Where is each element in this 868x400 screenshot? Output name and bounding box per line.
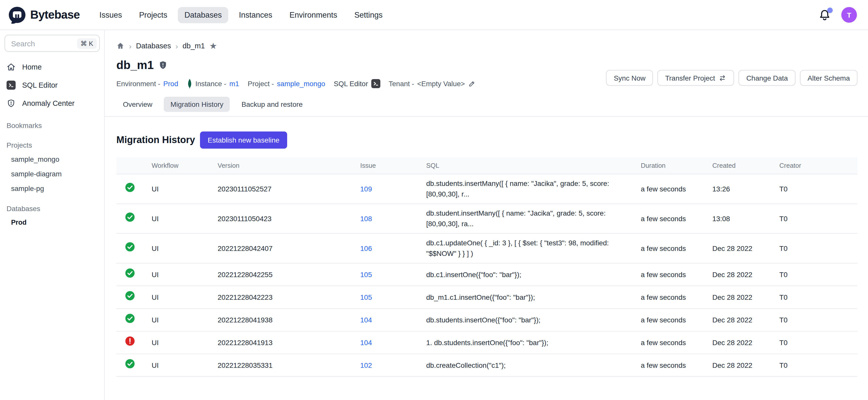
- nav-databases[interactable]: Databases: [178, 7, 228, 23]
- database-actions: Sync Now Transfer Project Change Data Al…: [606, 70, 858, 86]
- workflow-cell: UI: [152, 354, 218, 376]
- transfer-arrows-icon: [719, 74, 727, 82]
- sql-cell: 1. db.students.insertOne({"foo": "bar"})…: [426, 337, 627, 348]
- nav-environments[interactable]: Environments: [283, 7, 344, 23]
- meta-tenant: Tenant - <Empty Value>: [389, 80, 475, 88]
- sql-cell: db_m1.c1.insertOne({"foo": "bar"});: [426, 292, 627, 303]
- meta-label: Environment -: [116, 80, 160, 88]
- issue-link[interactable]: 104: [360, 338, 372, 346]
- bytebase-brand[interactable]: Bytebase: [8, 6, 80, 24]
- search-input[interactable]: [10, 38, 74, 48]
- sql-cell: db.c1.updateOne( { _id: 3 }, [ { $set: {…: [426, 238, 627, 259]
- avatar[interactable]: T: [841, 7, 857, 23]
- breadcrumb-databases[interactable]: Databases: [136, 42, 171, 50]
- sidebar-item-home[interactable]: Home: [0, 58, 104, 76]
- table-row[interactable]: UI 20221228042255 105 db.c1.insertOne({"…: [116, 263, 858, 286]
- establish-baseline-button[interactable]: Establish new baseline: [200, 131, 287, 149]
- status-success-icon: [124, 358, 135, 369]
- tab-overview[interactable]: Overview: [116, 97, 159, 112]
- status-error-icon: [124, 336, 135, 347]
- issue-link[interactable]: 105: [360, 293, 372, 301]
- version-cell: 20221228042255: [218, 263, 360, 286]
- sidebar-item-sql-editor[interactable]: SQL Editor: [0, 76, 104, 94]
- creator-cell: T0: [779, 204, 858, 234]
- sync-now-button[interactable]: Sync Now: [606, 70, 653, 86]
- alter-schema-button[interactable]: Alter Schema: [800, 70, 858, 86]
- issue-link[interactable]: 106: [360, 244, 372, 252]
- nav-issues[interactable]: Issues: [93, 7, 129, 23]
- sidebar-item-label: Home: [22, 63, 41, 71]
- instance-link[interactable]: m1: [229, 80, 239, 88]
- page-title: db_m1: [116, 58, 154, 72]
- issue-link[interactable]: 108: [360, 214, 372, 222]
- created-cell: 13:08: [712, 204, 779, 234]
- duration-cell: a few seconds: [641, 234, 712, 263]
- sidebar-database-prod[interactable]: Prod: [0, 215, 104, 230]
- database-shield-icon: [158, 60, 168, 70]
- version-cell: 20221228041938: [218, 309, 360, 331]
- transfer-project-button[interactable]: Transfer Project: [658, 70, 734, 86]
- sidebar: ⌘ K Home SQL Editor: [0, 30, 105, 400]
- table-row[interactable]: UI 20221228041913 104 1. db.students.ins…: [116, 331, 858, 354]
- table-row[interactable]: UI 20230111052527 109 db.students.insert…: [116, 174, 858, 204]
- version-cell: 20221228042407: [218, 234, 360, 263]
- col-duration: Duration: [641, 157, 712, 174]
- meta-label: Tenant -: [389, 80, 414, 88]
- sidebar-project-sample-pg[interactable]: sample-pg: [0, 181, 104, 195]
- issue-link[interactable]: 104: [360, 316, 372, 324]
- version-cell: 20221228035331: [218, 354, 360, 376]
- top-navigation-bar: Bytebase Issues Projects Databases Insta…: [0, 0, 868, 30]
- nav-instances[interactable]: Instances: [232, 7, 279, 23]
- notification-bell-icon[interactable]: [818, 8, 831, 22]
- col-creator: Creator: [779, 157, 858, 174]
- table-row[interactable]: UI 20221228042407 106 db.c1.updateOne( {…: [116, 234, 858, 263]
- issue-link[interactable]: 105: [360, 270, 372, 278]
- table-row[interactable]: UI 20230111050423 108 db.student.insertM…: [116, 204, 858, 234]
- breadcrumb-db-m1[interactable]: db_m1: [183, 42, 205, 50]
- sidebar-project-sample-mongo[interactable]: sample_mongo: [0, 152, 104, 166]
- app-window: Bytebase Issues Projects Databases Insta…: [0, 0, 868, 400]
- issue-link[interactable]: 109: [360, 185, 372, 193]
- search-box: ⌘ K: [4, 35, 100, 52]
- meta-label: Instance -: [195, 80, 226, 88]
- version-cell: 20221228042223: [218, 286, 360, 309]
- sidebar-section-projects: Projects: [0, 139, 104, 152]
- migration-history-table: Workflow Version Issue SQL Duration Crea…: [116, 157, 858, 377]
- bookmark-star-icon[interactable]: ★: [209, 41, 217, 50]
- edit-pencil-icon[interactable]: [468, 80, 475, 87]
- duration-cell: a few seconds: [641, 263, 712, 286]
- sidebar-item-anomaly-center[interactable]: Anomaly Center: [0, 94, 104, 112]
- duration-cell: a few seconds: [641, 174, 712, 204]
- meta-instance: Instance - m1: [187, 79, 239, 89]
- breadcrumb-separator: ›: [176, 42, 178, 50]
- tab-backup-and-restore[interactable]: Backup and restore: [235, 97, 309, 112]
- table-row[interactable]: UI 20221228041938 104 db.students.insert…: [116, 309, 858, 331]
- table-row[interactable]: UI 20221228042223 105 db_m1.c1.insertOne…: [116, 286, 858, 309]
- workflow-cell: UI: [152, 174, 218, 204]
- created-cell: 13:26: [712, 174, 779, 204]
- tab-migration-history[interactable]: Migration History: [164, 97, 230, 112]
- breadcrumb-home-icon[interactable]: [116, 42, 124, 50]
- project-link[interactable]: sample_mongo: [277, 80, 325, 88]
- sidebar-item-label: Anomaly Center: [22, 99, 74, 107]
- sidebar-section-databases: Databases: [0, 202, 104, 215]
- workflow-cell: UI: [152, 204, 218, 234]
- change-data-button[interactable]: Change Data: [739, 70, 796, 86]
- meta-label: Project -: [248, 80, 274, 88]
- sql-editor-launch-icon[interactable]: [371, 79, 380, 88]
- sql-cell: db.students.insertOne({"foo": "bar"});: [426, 315, 627, 325]
- table-row[interactable]: UI 20221228035331 102 db.createCollectio…: [116, 354, 858, 376]
- duration-cell: a few seconds: [641, 204, 712, 234]
- environment-link[interactable]: Prod: [163, 80, 178, 88]
- issue-link[interactable]: 102: [360, 361, 372, 369]
- main-content: › Databases › db_m1 ★ db_m1 Environment …: [105, 30, 868, 400]
- creator-cell: T0: [779, 234, 858, 263]
- sql-cell: db.students.insertMany([ { name: "Jacika…: [426, 178, 627, 199]
- nav-projects[interactable]: Projects: [132, 7, 174, 23]
- bytebase-logo-icon: [8, 6, 26, 24]
- creator-cell: T0: [779, 174, 858, 204]
- status-success-icon: [124, 268, 135, 279]
- sidebar-project-sample-diagram[interactable]: sample-diagram: [0, 166, 104, 181]
- nav-settings[interactable]: Settings: [348, 7, 389, 23]
- duration-cell: a few seconds: [641, 286, 712, 309]
